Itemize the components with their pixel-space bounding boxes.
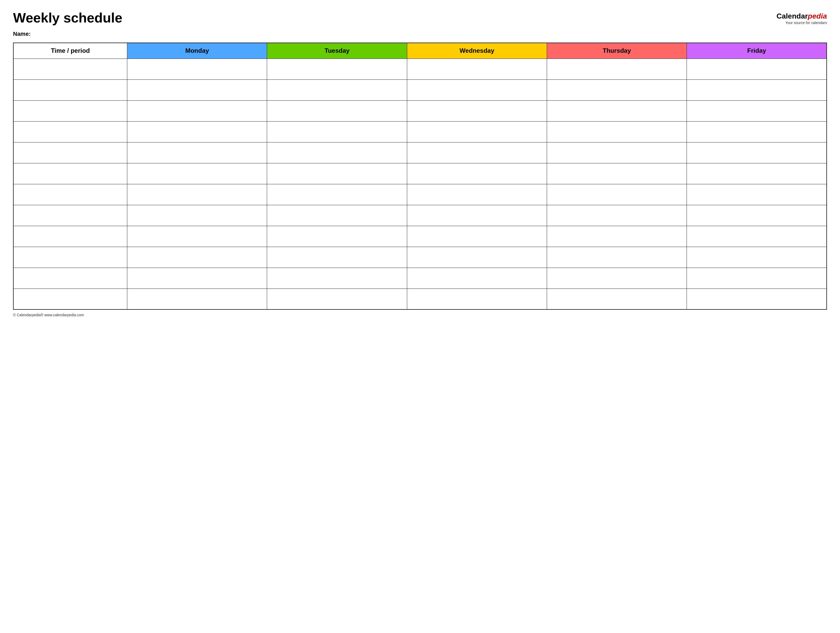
table-cell[interactable] [13, 163, 127, 184]
footer: © Calendarpedia® www.calendarpedia.com [13, 313, 827, 317]
table-cell[interactable] [547, 163, 687, 184]
logo-pedia-part: pedia [808, 12, 827, 20]
col-header-time: Time / period [13, 43, 127, 58]
table-cell[interactable] [687, 247, 827, 268]
table-cell[interactable] [687, 79, 827, 100]
table-cell[interactable] [127, 121, 267, 142]
table-cell[interactable] [687, 205, 827, 226]
table-cell[interactable] [407, 163, 547, 184]
table-cell[interactable] [687, 58, 827, 79]
table-cell[interactable] [407, 58, 547, 79]
table-cell[interactable] [267, 79, 407, 100]
table-cell[interactable] [13, 58, 127, 79]
table-cell[interactable] [127, 226, 267, 247]
table-cell[interactable] [13, 289, 127, 309]
table-cell[interactable] [547, 142, 687, 163]
table-cell[interactable] [13, 79, 127, 100]
table-cell[interactable] [687, 184, 827, 205]
table-cell[interactable] [13, 121, 127, 142]
table-cell[interactable] [127, 58, 267, 79]
table-cell[interactable] [407, 100, 547, 121]
table-cell[interactable] [267, 205, 407, 226]
table-cell[interactable] [267, 121, 407, 142]
table-cell[interactable] [407, 247, 547, 268]
page-title: Weekly schedule [13, 11, 122, 25]
table-row [13, 142, 827, 163]
table-cell[interactable] [127, 268, 267, 289]
table-cell[interactable] [127, 247, 267, 268]
table-cell[interactable] [407, 121, 547, 142]
table-cell[interactable] [267, 184, 407, 205]
col-header-tuesday: Tuesday [267, 43, 407, 58]
table-cell[interactable] [267, 58, 407, 79]
col-header-thursday: Thursday [547, 43, 687, 58]
table-row [13, 121, 827, 142]
table-cell[interactable] [687, 121, 827, 142]
table-cell[interactable] [127, 163, 267, 184]
table-cell[interactable] [687, 268, 827, 289]
table-row [13, 226, 827, 247]
logo-tagline: Your source for calendars [777, 21, 827, 25]
name-label: Name: [13, 31, 827, 37]
table-cell[interactable] [13, 100, 127, 121]
table-row [13, 163, 827, 184]
table-cell[interactable] [687, 100, 827, 121]
table-cell[interactable] [13, 142, 127, 163]
table-cell[interactable] [687, 163, 827, 184]
table-cell[interactable] [407, 268, 547, 289]
table-cell[interactable] [687, 289, 827, 309]
table-cell[interactable] [13, 247, 127, 268]
table-cell[interactable] [687, 142, 827, 163]
table-cell[interactable] [547, 205, 687, 226]
table-cell[interactable] [407, 205, 547, 226]
table-cell[interactable] [267, 289, 407, 309]
table-row [13, 289, 827, 309]
table-cell[interactable] [547, 184, 687, 205]
logo-calendar-part: Calendar [777, 12, 808, 20]
table-row [13, 205, 827, 226]
col-header-friday: Friday [687, 43, 827, 58]
table-cell[interactable] [267, 268, 407, 289]
table-cell[interactable] [547, 121, 687, 142]
table-header-row: Time / period Monday Tuesday Wednesday T… [13, 43, 827, 58]
table-cell[interactable] [687, 226, 827, 247]
table-cell[interactable] [407, 184, 547, 205]
table-cell[interactable] [127, 289, 267, 309]
table-cell[interactable] [127, 79, 267, 100]
col-header-monday: Monday [127, 43, 267, 58]
table-cell[interactable] [13, 184, 127, 205]
table-cell[interactable] [407, 142, 547, 163]
table-row [13, 100, 827, 121]
col-header-wednesday: Wednesday [407, 43, 547, 58]
table-cell[interactable] [13, 205, 127, 226]
table-cell[interactable] [547, 289, 687, 309]
table-cell[interactable] [127, 100, 267, 121]
table-cell[interactable] [407, 226, 547, 247]
table-cell[interactable] [13, 226, 127, 247]
table-cell[interactable] [267, 247, 407, 268]
table-cell[interactable] [547, 58, 687, 79]
table-row [13, 247, 827, 268]
logo-text: Calendarpedia [777, 12, 827, 21]
page-header: Weekly schedule Calendarpedia Your sourc… [13, 11, 827, 25]
table-cell[interactable] [547, 79, 687, 100]
table-cell[interactable] [407, 79, 547, 100]
table-cell[interactable] [547, 268, 687, 289]
table-cell[interactable] [13, 268, 127, 289]
table-cell[interactable] [547, 226, 687, 247]
table-cell[interactable] [267, 142, 407, 163]
table-cell[interactable] [267, 163, 407, 184]
table-cell[interactable] [127, 205, 267, 226]
table-row [13, 268, 827, 289]
schedule-table: Time / period Monday Tuesday Wednesday T… [13, 43, 827, 310]
table-cell[interactable] [267, 100, 407, 121]
table-cell[interactable] [127, 142, 267, 163]
table-row [13, 184, 827, 205]
logo: Calendarpedia Your source for calendars [777, 11, 827, 25]
table-cell[interactable] [547, 100, 687, 121]
table-row [13, 79, 827, 100]
table-cell[interactable] [547, 247, 687, 268]
table-cell[interactable] [407, 289, 547, 309]
table-cell[interactable] [127, 184, 267, 205]
table-cell[interactable] [267, 226, 407, 247]
